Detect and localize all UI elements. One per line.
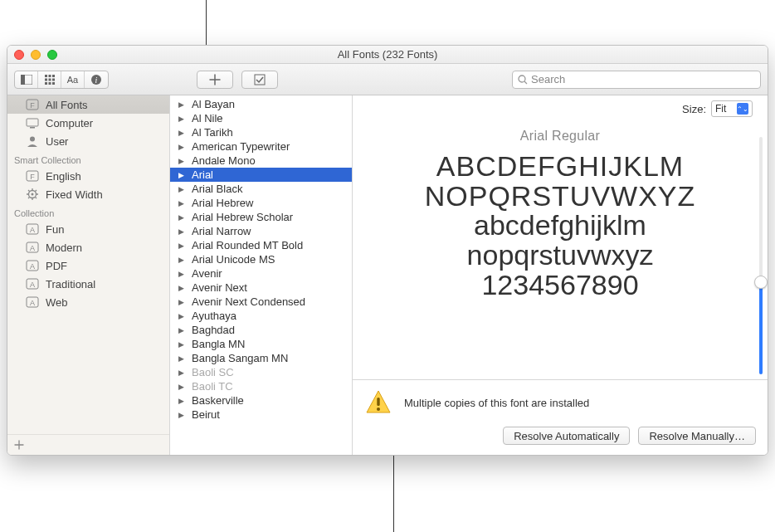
font-list-row[interactable]: ▶Baoli TC (170, 379, 352, 393)
disclosure-triangle-icon[interactable]: ▶ (178, 256, 187, 264)
font-list[interactable]: ▶Al Bayan▶Al Nile▶Al Tarikh▶American Typ… (170, 95, 353, 455)
A-icon: A (26, 277, 39, 290)
font-list-row[interactable]: ▶Beirut (170, 408, 352, 422)
sidebar-item-computer[interactable]: Computer (7, 114, 169, 132)
disclosure-triangle-icon[interactable]: ▶ (178, 340, 187, 349)
sample-upper-2: NOPQRSTUVWXYZ (368, 182, 753, 212)
add-collection-button[interactable] (7, 434, 169, 455)
disclosure-triangle-icon[interactable]: ▶ (178, 284, 187, 292)
font-list-row[interactable]: ▶Arial Narrow (170, 224, 352, 238)
disclosure-triangle-icon[interactable]: ▶ (178, 143, 187, 151)
svg-text:i: i (95, 76, 98, 85)
sidebar-item-label: Traditional (46, 278, 95, 290)
font-list-row[interactable]: ▶Arial Black (170, 182, 352, 196)
toolbar: Aa i Search (7, 64, 768, 95)
svg-rect-2 (45, 75, 47, 77)
disclosure-triangle-icon[interactable]: ▶ (178, 411, 187, 419)
disclosure-triangle-icon[interactable]: ▶ (178, 298, 187, 306)
disclosure-triangle-icon[interactable]: ▶ (178, 227, 187, 236)
disclosure-triangle-icon[interactable]: ▶ (178, 115, 187, 123)
sidebar-item-web[interactable]: AWeb (7, 293, 169, 311)
sidebar-item-english[interactable]: FEnglish (7, 167, 169, 185)
sidebar-item-fun[interactable]: AFun (7, 220, 169, 238)
sidebar-item-user[interactable]: User (7, 132, 169, 150)
enable-font-button[interactable] (241, 71, 278, 89)
sample-view-button[interactable]: Aa (61, 71, 85, 88)
font-book-window: All Fonts (232 Fonts) Aa i Search (7, 45, 768, 456)
font-list-row[interactable]: ▶Andale Mono (170, 154, 352, 168)
minimize-window-button[interactable] (31, 50, 41, 60)
size-select[interactable]: Fit ⌃⌄ (711, 100, 753, 117)
sidebar-item-all-fonts[interactable]: FAll Fonts (7, 95, 169, 114)
smart-collection-header: Smart Collection (7, 150, 169, 167)
disclosure-triangle-icon[interactable]: ▶ (178, 326, 187, 334)
font-list-row[interactable]: ▶Avenir (170, 266, 352, 281)
sample-upper-1: ABCDEFGHIJKLM (368, 152, 753, 182)
computer-icon (26, 116, 39, 129)
disclosure-triangle-icon[interactable]: ▶ (178, 242, 187, 250)
disclosure-triangle-icon[interactable]: ▶ (178, 270, 187, 278)
size-slider[interactable] (759, 137, 763, 374)
sidebar-item-traditional[interactable]: ATraditional (7, 275, 169, 293)
disclosure-triangle-icon[interactable]: ▶ (178, 354, 187, 363)
disclosure-triangle-icon[interactable]: ▶ (178, 397, 187, 405)
close-window-button[interactable] (14, 50, 24, 60)
checkbox-icon (254, 74, 266, 85)
resolve-manually-button[interactable]: Resolve Manually… (638, 427, 756, 445)
info-view-button[interactable]: i (85, 71, 108, 88)
sidebar-item-label: English (46, 170, 81, 183)
font-list-row[interactable]: ▶Arial Rounded MT Bold (170, 238, 352, 252)
font-list-row[interactable]: ▶Baoli SC (170, 365, 352, 379)
grid-view-button[interactable] (38, 71, 61, 88)
svg-rect-17 (27, 119, 38, 126)
svg-point-23 (32, 193, 34, 196)
sidebar-toggle-button[interactable] (15, 71, 38, 88)
font-family-name: Avenir Next (192, 281, 247, 294)
font-list-row[interactable]: ▶Al Bayan (170, 97, 352, 111)
svg-rect-8 (45, 82, 47, 85)
font-list-row[interactable]: ▶Bangla Sangam MN (170, 351, 352, 365)
font-family-name: Arial (192, 168, 213, 181)
add-fonts-button[interactable] (197, 71, 233, 89)
disclosure-triangle-icon[interactable]: ▶ (178, 171, 187, 179)
font-list-row[interactable]: ▶Al Nile (170, 111, 352, 125)
font-list-row[interactable]: ▶Avenir Next Condensed (170, 295, 352, 309)
font-list-row[interactable]: ▶Bangla MN (170, 337, 352, 351)
disclosure-triangle-icon[interactable]: ▶ (178, 312, 187, 320)
disclosure-triangle-icon[interactable]: ▶ (178, 100, 187, 109)
disclosure-triangle-icon[interactable]: ▶ (178, 157, 187, 165)
zoom-window-button[interactable] (47, 50, 57, 60)
search-field[interactable]: Search (512, 71, 761, 89)
font-list-row[interactable]: ▶Avenir Next (170, 281, 352, 295)
resolve-automatically-button[interactable]: Resolve Automatically (503, 427, 630, 445)
svg-rect-9 (48, 82, 51, 85)
sidebar-item-label: All Fonts (46, 99, 88, 111)
disclosure-triangle-icon[interactable]: ▶ (178, 185, 187, 193)
disclosure-triangle-icon[interactable]: ▶ (178, 213, 187, 222)
sidebar-item-pdf[interactable]: APDF (7, 256, 169, 275)
font-list-row[interactable]: ▶Baghdad (170, 323, 352, 337)
font-list-row[interactable]: ▶Arial Hebrew Scholar (170, 210, 352, 224)
svg-rect-6 (48, 78, 51, 81)
font-family-name: Al Bayan (192, 98, 235, 110)
A-icon: A (26, 222, 39, 236)
font-list-row[interactable]: ▶Baskerville (170, 393, 352, 408)
font-list-row[interactable]: ▶American Typewriter (170, 139, 352, 154)
sidebar-item-label: User (46, 135, 68, 148)
font-list-row[interactable]: ▶Al Tarikh (170, 125, 352, 139)
disclosure-triangle-icon[interactable]: ▶ (178, 199, 187, 207)
font-list-row[interactable]: ▶Arial (170, 168, 352, 182)
sidebar-item-modern[interactable]: AModern (7, 238, 169, 256)
size-control-row: Size: Fit ⌃⌄ (368, 100, 753, 117)
font-list-row[interactable]: ▶Arial Unicode MS (170, 252, 352, 266)
preview-pane: Size: Fit ⌃⌄ Arial Regular ABCDEFGHIJKLM… (353, 95, 768, 455)
size-slider-knob[interactable] (754, 276, 768, 289)
disclosure-triangle-icon[interactable]: ▶ (178, 383, 187, 391)
font-family-name: Al Nile (192, 112, 223, 124)
font-list-row[interactable]: ▶Ayuthaya (170, 309, 352, 323)
sample-lower-2: nopqrstuvwxyz (368, 241, 753, 271)
disclosure-triangle-icon[interactable]: ▶ (178, 129, 187, 137)
disclosure-triangle-icon[interactable]: ▶ (178, 368, 187, 377)
sidebar-item-fixed-width[interactable]: Fixed Width (7, 185, 169, 203)
font-list-row[interactable]: ▶Arial Hebrew (170, 196, 352, 210)
